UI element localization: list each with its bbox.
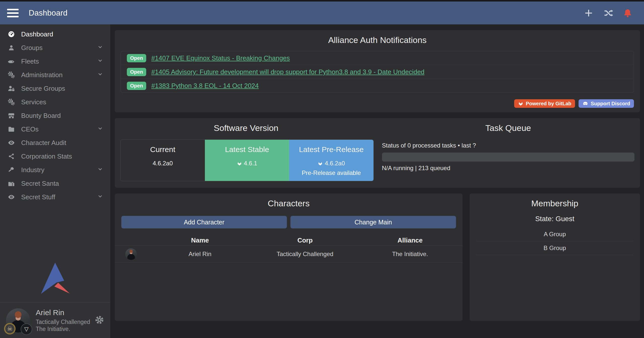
character-alliance: The Initiative. (358, 251, 463, 258)
gitlab-icon (237, 161, 242, 166)
share-icon (7, 153, 16, 160)
sidebar-item-secret-santa[interactable]: Secret Santa (0, 177, 110, 190)
add-character-icon[interactable] (584, 8, 594, 18)
user-settings-gear-icon[interactable] (95, 315, 104, 326)
membership-panel: Membership State: Guest A Group B Group (470, 194, 640, 321)
sidebar-item-label: Secret Santa (21, 180, 59, 187)
task-queue-title: Task Queue (382, 118, 635, 133)
sidebar-item-fleets[interactable]: Fleets (0, 55, 110, 68)
sidebar-item-label: Bounty Board (21, 112, 61, 120)
notification-row: Open #1383 Python 3.8 EOL - 14 Oct 2024 (121, 79, 634, 92)
hammer-icon (7, 166, 16, 173)
notification-row: Open #1405 Advisory: Future development … (121, 65, 634, 79)
notifications-title: Alliance Auth Notifications (115, 30, 640, 45)
task-queue-status: Status of 0 processed tasks • last ? (382, 142, 635, 149)
folder-icon (7, 126, 16, 133)
menu-toggle-icon[interactable] (7, 9, 19, 17)
notification-link[interactable]: #1405 Advisory: Future development will … (151, 68, 424, 76)
sidebar-item-corporation-stats[interactable]: Corporation Stats (0, 150, 110, 163)
sidebar-item-secret-stuff[interactable]: Secret Stuff (0, 190, 110, 204)
sidebar-item-services[interactable]: Services (0, 95, 110, 109)
notification-link[interactable]: #1407 EVE Equinox Status - Breaking Chan… (151, 54, 290, 62)
sidebar-item-dashboard[interactable]: Dashboard (0, 27, 110, 41)
shuttle-icon (7, 58, 16, 65)
sidebar: Dashboard Groups Fle (0, 24, 110, 338)
task-queue-section: Task Queue Status of 0 processed tasks •… (377, 118, 640, 188)
character-corp: Tactically Challenged (252, 251, 357, 258)
sidebar-item-bounty-board[interactable]: Bounty Board (0, 109, 110, 122)
notifications-bell-icon[interactable] (623, 8, 632, 18)
version-heading: Latest Pre-Release (289, 145, 373, 154)
notification-link[interactable]: #1383 Python 3.8 EOL - 14 Oct 2024 (151, 82, 259, 90)
chevron-down-icon (97, 71, 103, 79)
version-value: 4.6.1 (244, 160, 257, 167)
gears-icon (7, 71, 16, 78)
dashboard-screen: Dashboard (0, 0, 644, 338)
user-corp: Tactically Challenged (36, 318, 90, 326)
gauge-icon (7, 31, 16, 38)
group-list: A Group B Group (476, 227, 633, 255)
gears-icon (7, 99, 16, 106)
version-cell-stable: Latest Stable 4.6.1 (205, 140, 289, 181)
sidebar-menu: Dashboard Groups Fle (0, 24, 110, 204)
sidebar-item-label: Fleets (21, 58, 39, 65)
badge-label: Powered by GitLab (526, 101, 571, 107)
characters-table-header: Name Corp Alliance (115, 235, 463, 246)
change-main-button[interactable]: Change Main (290, 216, 456, 228)
task-queue-counts: N/A running | 213 queued (382, 165, 635, 172)
software-version-section: Software Version Current 4.6.2a0 Latest … (115, 118, 377, 188)
alliance-logo-badge: ▽ (21, 323, 32, 335)
characters-panel: Characters Add Character Change Main Nam… (115, 194, 463, 321)
chevron-down-icon (97, 44, 103, 52)
notifications-list: Open #1407 EVE Equinox Status - Breaking… (121, 51, 634, 93)
status-badge: Open (127, 82, 146, 90)
software-version-title: Software Version (115, 118, 377, 133)
chevron-down-icon (97, 125, 103, 133)
chevron-down-icon (97, 166, 103, 174)
shuffle-icon[interactable] (603, 8, 613, 18)
discord-icon (582, 101, 588, 107)
software-taskqueue-panel: Software Version Current 4.6.2a0 Latest … (115, 118, 640, 188)
version-cell-prerelease: Latest Pre-Release 4.6.2a0 Pre-Release a… (289, 140, 373, 181)
top-navbar: Dashboard (0, 2, 644, 24)
task-queue-progressbar (382, 153, 635, 162)
store-icon (7, 112, 16, 119)
sidebar-item-secure-groups[interactable]: Secure Groups (0, 82, 110, 95)
eye-icon (7, 139, 16, 146)
chevron-down-icon (97, 58, 103, 65)
sidebar-item-label: Industry (21, 166, 45, 174)
navbar-actions (584, 8, 632, 18)
sidebar-item-administration[interactable]: Administration (0, 68, 110, 82)
membership-title: Membership (470, 194, 640, 208)
support-discord-badge[interactable]: Support Discord (579, 99, 634, 108)
sidebar-item-label: Administration (21, 71, 63, 79)
header-name: Name (147, 236, 252, 244)
gifts-icon (7, 180, 16, 187)
sidebar-item-industry[interactable]: Industry (0, 163, 110, 177)
corp-logo-badge: ☠ (4, 323, 16, 334)
sidebar-item-character-audit[interactable]: Character Audit (0, 136, 110, 150)
alliance-auth-logo (40, 262, 70, 295)
gitlab-icon (318, 161, 323, 166)
user-icon (7, 44, 16, 51)
characters-title: Characters (115, 194, 463, 208)
sidebar-item-label: Character Audit (21, 139, 66, 147)
notifications-panel: Alliance Auth Notifications Open #1407 E… (115, 30, 640, 112)
version-value: 4.6.2a0 (325, 160, 345, 167)
sidebar-item-label: Secret Stuff (21, 193, 55, 201)
sidebar-item-ceos[interactable]: CEOs (0, 122, 110, 136)
characters-table: Name Corp Alliance Ariel Rin Tactically … (115, 235, 463, 263)
membership-state: State: Guest (470, 215, 640, 223)
header-corp: Corp (252, 236, 357, 244)
user-alliance: The Initiative. (36, 325, 90, 333)
sidebar-item-groups[interactable]: Groups (0, 41, 110, 55)
character-row: Ariel Rin Tactically Challenged The Init… (115, 246, 463, 263)
add-character-button[interactable]: Add Character (121, 216, 287, 228)
header-alliance: Alliance (358, 236, 463, 244)
version-heading: Current (121, 145, 205, 154)
powered-by-gitlab-badge[interactable]: Powered by GitLab (514, 99, 575, 108)
eye-icon (7, 194, 16, 201)
character-name: Ariel Rin (147, 251, 252, 258)
group-row: A Group (476, 227, 633, 241)
version-cell-current: Current 4.6.2a0 (121, 140, 205, 181)
